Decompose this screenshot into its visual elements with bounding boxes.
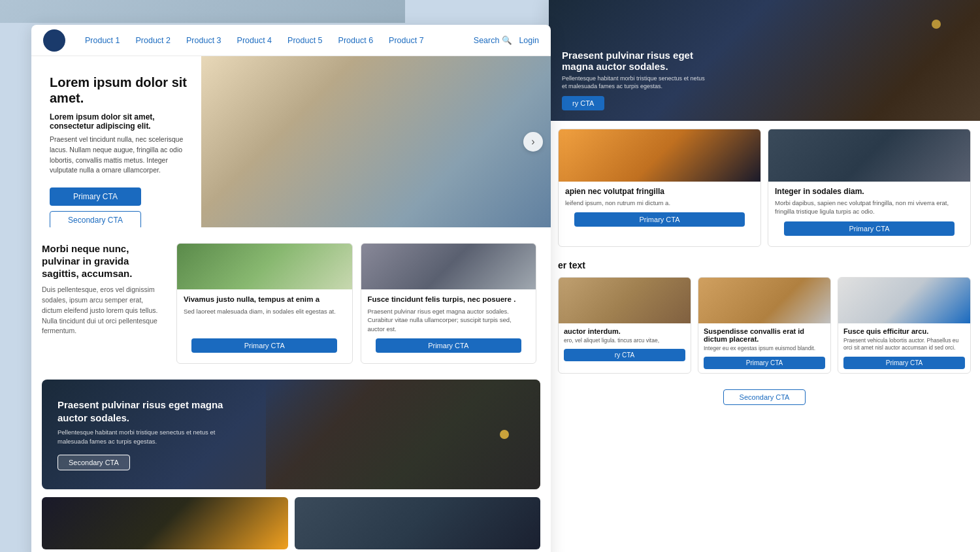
rp-col-3-body: Praesent vehicula lobortis auctor. Phase…: [843, 337, 965, 353]
bottom-image-1: [42, 497, 288, 549]
rp-section-title: er text: [558, 260, 971, 270]
cards-row: Morbi neque nunc, pulvinar in gravida sa…: [31, 227, 551, 374]
rp-hero-body: Pellentesque habitant morbi tristique se…: [562, 74, 706, 91]
banner-content: Praesent pulvinar risus eget magna aucto…: [42, 385, 251, 483]
rp-hero-cta[interactable]: ry CTA: [562, 96, 604, 110]
cards-intro-text: Morbi neque nunc, pulvinar in gravida sa…: [42, 243, 172, 364]
nav-product-3[interactable]: Product 3: [178, 36, 229, 45]
banner-overlay: [266, 380, 540, 489]
card-1: Vivamus justo nulla, tempus at enim a Se…: [176, 243, 353, 364]
rp-col-3-image: [838, 278, 970, 323]
main-card: Product 1 Product 2 Product 3 Product 4 …: [31, 25, 551, 552]
hero-subtitle: Lorem ipsum dolor sit amet, consectetur …: [50, 112, 188, 131]
rp-col-2-body: Integer eu ex egestas ipsum euismod blan…: [704, 345, 825, 353]
banner-dot-decoration: [500, 430, 509, 439]
search-button[interactable]: Search 🔍: [474, 35, 513, 45]
card-2: Fusce tincidunt felis turpis, nec posuer…: [361, 243, 537, 364]
rp-card-2: Integer in sodales diam. Morbi dapibus, …: [768, 129, 971, 247]
login-button[interactable]: Login: [519, 36, 539, 45]
cards-section-title: Morbi neque nunc, pulvinar in gravida sa…: [42, 243, 162, 280]
card-2-content: Fusce tincidunt felis turpis, nec posuer…: [361, 289, 536, 363]
nav-product-6[interactable]: Product 6: [331, 36, 382, 45]
nav-product-1[interactable]: Product 1: [77, 36, 128, 45]
rp-secondary-cta[interactable]: Secondary CTA: [723, 389, 806, 405]
bg-top-left-decoration: [0, 0, 405, 23]
card-2-body: Praesent pulvinar risus eget magna aucto…: [368, 307, 530, 333]
banner-body: Pellentesque habitant morbi tristique se…: [57, 428, 235, 447]
card-1-cta[interactable]: Primary CTA: [191, 338, 337, 353]
card-2-title: Fusce tincidunt felis turpis, nec posuer…: [368, 295, 530, 304]
hero-next-arrow[interactable]: ›: [523, 132, 543, 152]
rp-card-1-image: [559, 129, 760, 182]
rp-card-2-content: Integer in sodales diam. Morbi dapibus, …: [768, 182, 970, 246]
nav-product-7[interactable]: Product 7: [381, 36, 432, 45]
nav-product-4[interactable]: Product 4: [229, 36, 280, 45]
rp-card-2-image: [768, 129, 970, 182]
card-1-image: [177, 244, 352, 289]
banner-section: Praesent pulvinar risus eget magna aucto…: [42, 380, 540, 489]
rp-col-1-image: [559, 278, 691, 323]
rp-col-3-content: Fusce quis efficitur arcu. Praesent vehi…: [838, 323, 970, 374]
cards-section-body: Duis pellentesque, eros vel dignissim so…: [42, 285, 162, 336]
rp-col-2-cta[interactable]: Primary CTA: [704, 357, 825, 369]
hero-content: Lorem ipsum dolor sit amet. Lorem ipsum …: [31, 56, 201, 227]
hero-secondary-cta[interactable]: Secondary CTA: [50, 211, 141, 227]
banner-cta[interactable]: Secondary CTA: [57, 455, 130, 470]
rp-card-2-cta[interactable]: Primary CTA: [784, 221, 954, 236]
rp-card-1-body: leifend ipsum, non rutrum mi dictum a.: [565, 199, 754, 207]
rp-hero-title: Praesent pulvinar risus eget magna aucto…: [562, 50, 706, 72]
rp-col-3-title: Fusce quis efficitur arcu.: [843, 327, 965, 335]
nav-links: Product 1 Product 2 Product 3 Product 4 …: [77, 36, 474, 45]
hero-primary-cta[interactable]: Primary CTA: [50, 187, 141, 206]
card-1-content: Vivamus justo nulla, tempus at enim a Se…: [177, 289, 352, 363]
rp-bottom-actions: Secondary CTA: [549, 387, 980, 414]
bottom-images-row: [31, 497, 551, 552]
rp-card-1: apien nec volutpat fringilla leifend ips…: [558, 129, 761, 247]
card-2-image: [361, 244, 536, 289]
nav-product-2[interactable]: Product 2: [128, 36, 179, 45]
bottom-image-2: [295, 497, 541, 549]
rp-card-1-content: apien nec volutpat fringilla leifend ips…: [559, 182, 760, 237]
rp-three-col: auctor interdum. ero, vel aliquet ligula…: [558, 277, 971, 374]
banner-title: Praesent pulvinar risus eget magna aucto…: [57, 398, 235, 424]
rp-hero-content: Praesent pulvinar risus eget magna aucto…: [549, 39, 719, 121]
search-label: Search: [474, 36, 500, 45]
rp-hero-dot: [932, 20, 941, 29]
hero-title: Lorem ipsum dolor sit amet.: [50, 74, 188, 106]
rp-card-1-cta[interactable]: Primary CTA: [574, 212, 744, 227]
rp-col-card-2: Suspendisse convallis erat id dictum pla…: [698, 277, 831, 374]
nav-product-5[interactable]: Product 5: [280, 36, 331, 45]
rp-three-col-section: er text auctor interdum. ero, vel alique…: [549, 255, 980, 387]
rp-col-1-cta[interactable]: ry CTA: [564, 349, 685, 361]
card-1-title: Vivamus justo nulla, tempus at enim a: [184, 295, 346, 304]
navigation: Product 1 Product 2 Product 3 Product 4 …: [31, 25, 551, 56]
hero-body: Praesent vel tincidunt nulla, nec sceler…: [50, 135, 188, 176]
hero-section: Lorem ipsum dolor sit amet. Lorem ipsum …: [31, 56, 551, 227]
rp-col-2-image: [698, 278, 830, 323]
hero-image: ›: [201, 56, 551, 227]
rp-two-col-section: apien nec volutpat fringilla leifend ips…: [549, 121, 980, 255]
rp-col-2-title: Suspendisse convallis erat id dictum pla…: [704, 327, 825, 343]
rp-col-3-cta[interactable]: Primary CTA: [843, 357, 965, 369]
right-panel: Praesent pulvinar risus eget magna aucto…: [549, 0, 980, 552]
rp-col-1-title: auctor interdum.: [564, 327, 685, 335]
nav-right: Search 🔍 Login: [474, 35, 539, 45]
card-2-cta[interactable]: Primary CTA: [376, 338, 521, 353]
hero-image-inner: [201, 56, 551, 227]
rp-card-2-body: Morbi dapibus, sapien nec volutpat fring…: [775, 199, 964, 216]
rp-col-1-body: ero, vel aliquet ligula. tincus arcu vit…: [564, 337, 685, 345]
rp-card-1-title: apien nec volutpat fringilla: [565, 187, 754, 196]
rp-card-2-title: Integer in sodales diam.: [775, 187, 964, 196]
rp-col-card-1: auctor interdum. ero, vel aliquet ligula…: [558, 277, 691, 374]
logo[interactable]: [43, 29, 65, 52]
search-icon: 🔍: [502, 35, 512, 45]
rp-col-card-3: Fusce quis efficitur arcu. Praesent vehi…: [838, 277, 971, 374]
rp-col-1-content: auctor interdum. ero, vel aliquet ligula…: [559, 323, 691, 366]
rp-col-2-content: Suspendisse convallis erat id dictum pla…: [698, 323, 830, 374]
card-1-body: Sed laoreet malesuada diam, in sodales e…: [184, 307, 346, 333]
rp-hero-section: Praesent pulvinar risus eget magna aucto…: [549, 0, 980, 121]
